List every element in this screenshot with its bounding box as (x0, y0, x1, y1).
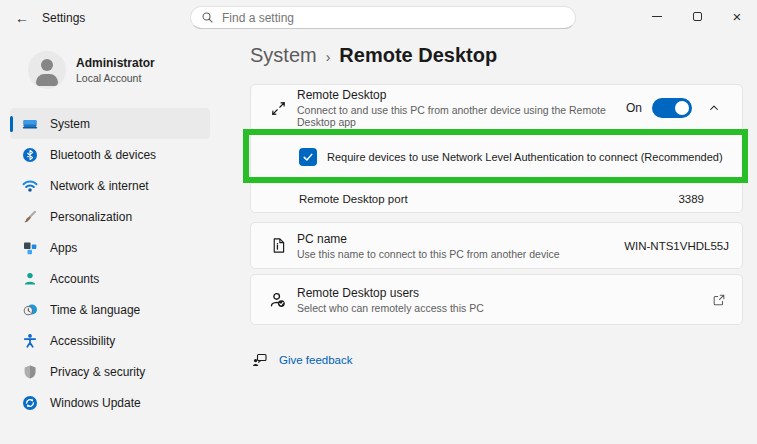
system-icon (22, 116, 38, 132)
accessibility-icon (22, 333, 38, 349)
apps-icon (22, 240, 38, 256)
remote-desktop-description: Connect to and use this PC from another … (297, 104, 626, 128)
pc-name-description: Use this name to connect to this PC from… (297, 248, 624, 260)
titlebar: ← Settings × (0, 0, 757, 36)
close-button[interactable]: × (717, 0, 757, 32)
page-title: Remote Desktop (339, 44, 497, 67)
sidebar-item-windows-update[interactable]: Windows Update (10, 387, 210, 418)
give-feedback-label: Give feedback (279, 354, 353, 366)
sidebar-item-label: Privacy & security (50, 365, 145, 379)
nla-checkbox[interactable] (299, 148, 317, 166)
sidebar-item-privacy-security[interactable]: Privacy & security (10, 356, 210, 387)
settings-window: ← Settings × (0, 0, 757, 444)
remote-desktop-header-row[interactable]: Remote Desktop Connect to and use this P… (251, 85, 742, 131)
breadcrumb-separator-icon: › (326, 49, 331, 65)
time-language-icon (22, 302, 38, 318)
port-value: 3389 (678, 193, 704, 205)
minimize-button[interactable] (637, 0, 677, 32)
sidebar-item-label: Accounts (50, 272, 99, 286)
remote-desktop-users-card[interactable]: Remote Desktop users Select who can remo… (250, 274, 743, 325)
search-box[interactable] (190, 6, 576, 29)
breadcrumb: System › Remote Desktop (250, 44, 497, 67)
sidebar-item-accounts[interactable]: Accounts (10, 263, 210, 294)
users-check-icon (269, 291, 287, 309)
remote-desktop-icon (270, 100, 287, 117)
remote-desktop-toggle[interactable] (652, 98, 692, 118)
windows-update-icon (22, 395, 38, 411)
users-description: Select who can remotely access this PC (297, 302, 704, 314)
pc-name-title: PC name (297, 232, 624, 246)
sidebar-item-label: Bluetooth & devices (50, 148, 156, 162)
sidebar-item-label: Time & language (50, 303, 140, 317)
sidebar-item-label: Accessibility (50, 334, 115, 348)
network-icon (22, 178, 38, 194)
minimize-icon (652, 16, 662, 17)
feedback-icon (252, 352, 268, 368)
search-input[interactable] (222, 11, 565, 25)
remote-desktop-card: Remote Desktop Connect to and use this P… (250, 84, 743, 213)
profile-name: Administrator (76, 56, 155, 70)
personalization-icon (22, 209, 38, 225)
sidebar-item-label: Windows Update (50, 396, 141, 410)
checkmark-icon (302, 151, 314, 163)
profile-account-type: Local Account (76, 72, 155, 84)
remote-desktop-port-row: Remote Desktop port 3389 (251, 183, 742, 214)
close-icon: × (733, 9, 742, 24)
sidebar-item-personalization[interactable]: Personalization (10, 201, 210, 232)
sidebar-item-system[interactable]: System (10, 108, 210, 139)
back-button[interactable]: ← (10, 6, 34, 30)
app-title: Settings (42, 11, 85, 25)
external-link-icon (712, 293, 726, 307)
remote-desktop-title: Remote Desktop (297, 88, 626, 102)
maximize-button[interactable] (677, 0, 717, 32)
sidebar-item-label: Network & internet (50, 179, 149, 193)
accounts-icon (22, 271, 38, 287)
profile-section[interactable]: Administrator Local Account (28, 51, 155, 89)
give-feedback-link[interactable]: Give feedback (252, 352, 353, 368)
pc-name-document-icon (270, 237, 287, 254)
toggle-knob (675, 101, 689, 115)
sidebar-item-apps[interactable]: Apps (10, 232, 210, 263)
back-arrow-icon: ← (15, 10, 29, 26)
sidebar-item-network-internet[interactable]: Network & internet (10, 170, 210, 201)
bluetooth-icon (22, 147, 38, 163)
pc-name-card: PC name Use this name to connect to this… (250, 222, 743, 269)
nla-checkbox-row: Require devices to use Network Level Aut… (251, 131, 742, 183)
sidebar-item-label: Personalization (50, 210, 132, 224)
avatar-torso (36, 74, 58, 86)
pc-name-value: WIN-NTS1VHDL55J (624, 240, 729, 252)
sidebar-item-time-language[interactable]: Time & language (10, 294, 210, 325)
sidebar: Administrator Local Account System Bluet… (0, 36, 228, 444)
collapse-button[interactable] (700, 94, 728, 122)
avatar (28, 51, 66, 89)
toggle-state-label: On (626, 101, 642, 115)
port-label: Remote Desktop port (299, 193, 678, 205)
privacy-icon (22, 364, 38, 380)
open-users-button[interactable] (704, 285, 734, 315)
sidebar-item-label: Apps (50, 241, 77, 255)
sidebar-item-label: System (50, 117, 90, 131)
search-icon (201, 11, 214, 24)
avatar-head (41, 59, 53, 71)
chevron-up-icon (708, 102, 720, 114)
maximize-icon (693, 12, 702, 21)
nla-checkbox-label[interactable]: Require devices to use Network Level Aut… (327, 151, 723, 163)
breadcrumb-parent[interactable]: System (250, 44, 317, 67)
window-controls: × (637, 0, 757, 36)
users-title: Remote Desktop users (297, 286, 704, 300)
sidebar-nav: System Bluetooth & devices Network & int… (10, 108, 210, 418)
sidebar-item-bluetooth-devices[interactable]: Bluetooth & devices (10, 139, 210, 170)
sidebar-item-accessibility[interactable]: Accessibility (10, 325, 210, 356)
